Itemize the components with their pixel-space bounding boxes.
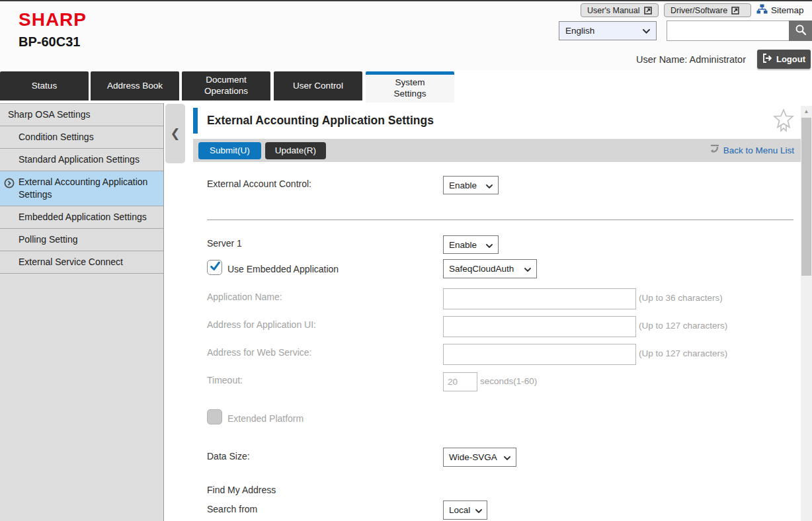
sidebar-item-standard-application-settings[interactable]: Standard Application Settings	[0, 149, 163, 171]
use-embedded-application-checkbox[interactable]	[207, 260, 222, 275]
user-name-text: User Name: Administrator	[636, 54, 746, 65]
sidebar-item-label: Standard Application Settings	[19, 153, 140, 166]
update-button[interactable]: Update(R)	[265, 142, 326, 159]
driver-software-button[interactable]: Driver/Software	[664, 3, 751, 17]
language-select[interactable]: English	[559, 21, 657, 40]
timeout-hint: seconds(1-60)	[480, 375, 537, 388]
back-to-menu-list-label: Back to Menu List	[723, 145, 794, 155]
action-toolbar: Submit(U) Update(R) Back to Menu List	[193, 139, 801, 162]
application-name-hint: (Up to 36 characters)	[639, 292, 723, 305]
sidebar-item-label: Condition Settings	[19, 131, 94, 143]
sidebar-item-label: Sharp OSA Settings	[8, 109, 91, 120]
scrollbar-thumb[interactable]	[801, 118, 811, 276]
logout-label: Logout	[776, 54, 805, 64]
sidebar-item-label: Embedded Application Settings	[19, 211, 147, 223]
back-to-menu-list-link[interactable]: Back to Menu List	[709, 143, 794, 157]
use-embedded-application-label: Use Embedded Application	[227, 262, 339, 276]
external-account-control-select[interactable]: Enable	[443, 176, 499, 194]
tab-system-settings[interactable]: System Settings	[366, 71, 454, 102]
sitemap-icon	[756, 4, 768, 16]
sidebar-item-external-service-connect[interactable]: External Service Connect	[0, 251, 163, 274]
server1-value: Enable	[449, 240, 477, 250]
server1-label: Server 1	[207, 237, 242, 250]
page: SHARP BP-60C31 User's Manual Driver/Soft…	[0, 0, 812, 521]
chevron-down-icon	[486, 240, 493, 250]
title-accent-bar	[193, 108, 198, 134]
search-icon	[795, 24, 807, 38]
sidebar-item-polling-setting[interactable]: Polling Setting	[0, 229, 163, 251]
header: SHARP BP-60C31 User's Manual Driver/Soft…	[0, 1, 812, 70]
users-manual-button[interactable]: User's Manual	[581, 3, 659, 17]
external-account-control-label: External Account Control:	[207, 177, 311, 190]
server1-select[interactable]: Enable	[443, 235, 499, 254]
sidebar-item-condition-settings[interactable]: Condition Settings	[0, 126, 163, 149]
chevron-down-icon	[524, 264, 531, 274]
search-from-select[interactable]: Local	[443, 501, 487, 520]
application-name-label: Application Name:	[207, 290, 282, 303]
search-input[interactable]	[667, 20, 789, 41]
section-divider	[207, 220, 793, 220]
extended-platform-checkbox[interactable]	[207, 409, 222, 424]
tab-address-book[interactable]: Address Book	[91, 71, 179, 100]
address-for-application-ui-label: Address for Application UI:	[207, 318, 316, 331]
external-link-icon	[731, 7, 739, 15]
page-title: External Accounting Application Settings	[207, 114, 434, 128]
sidebar-item-label: External Service Connect	[19, 256, 123, 268]
sidebar: Sharp OSA Settings Condition Settings St…	[0, 103, 164, 521]
external-link-icon	[644, 7, 652, 15]
search-button[interactable]	[789, 20, 812, 41]
address-for-application-ui-input[interactable]	[443, 316, 636, 337]
sidebar-item-sharp-osa-settings[interactable]: Sharp OSA Settings	[0, 104, 163, 126]
scrollbar-up-arrow-icon[interactable]: ▲	[801, 106, 812, 116]
find-my-address-label: Find My Address	[207, 483, 276, 497]
extended-platform-label: Extended Platform	[227, 412, 304, 425]
chevron-down-icon	[504, 452, 510, 462]
submit-button[interactable]: Submit(U)	[198, 142, 261, 159]
driver-software-label: Driver/Software	[670, 6, 727, 15]
embedded-application-select[interactable]: SafeqCloudAuth	[443, 259, 537, 278]
address-for-web-service-hint: (Up to 127 characters)	[639, 347, 727, 360]
address-for-application-ui-hint: (Up to 127 characters)	[639, 319, 727, 333]
chevron-down-icon	[475, 505, 482, 515]
favorite-star-icon[interactable]	[772, 108, 795, 136]
address-for-web-service-input[interactable]	[443, 344, 636, 365]
search-from-label: Search from	[207, 502, 257, 516]
sitemap-link[interactable]: Sitemap	[756, 4, 804, 16]
logout-button[interactable]: Logout	[757, 50, 811, 69]
tab-document-operations[interactable]: Document Operations	[182, 71, 270, 100]
sidebar-item-embedded-application-settings[interactable]: Embedded Application Settings	[0, 206, 163, 229]
address-for-web-service-label: Address for Web Service:	[207, 346, 311, 359]
users-manual-label: User's Manual	[587, 6, 640, 15]
tab-status[interactable]: Status	[0, 71, 89, 100]
sidebar-item-label: Polling Setting	[19, 233, 78, 246]
search-from-value: Local	[449, 505, 470, 515]
checkmark-icon	[209, 260, 221, 275]
vertical-scrollbar[interactable]: ▲	[801, 106, 812, 521]
sidebar-nav: Sharp OSA Settings Condition Settings St…	[0, 103, 163, 274]
sidebar-item-label: External Accounting Application Settings	[19, 176, 148, 201]
current-item-arrow-icon	[4, 178, 15, 192]
timeout-label: Timeout:	[207, 374, 243, 387]
chevron-left-icon: ❮	[170, 126, 180, 141]
embedded-application-value: SafeqCloudAuth	[449, 264, 514, 274]
sitemap-label: Sitemap	[771, 5, 804, 15]
logout-icon	[762, 54, 772, 65]
chevron-down-icon	[643, 26, 650, 36]
data-size-label: Data Size:	[207, 450, 250, 463]
data-size-value: Wide-SVGA	[449, 452, 497, 462]
chevron-down-icon	[486, 180, 493, 190]
sidebar-collapse-button[interactable]: ❮	[165, 104, 185, 163]
timeout-input[interactable]	[443, 372, 477, 391]
application-name-input[interactable]	[443, 288, 636, 309]
language-value: English	[565, 26, 594, 36]
sidebar-item-external-accounting-application-settings[interactable]: External Accounting Application Settings	[0, 171, 163, 206]
data-size-select[interactable]: Wide-SVGA	[443, 448, 516, 467]
sharp-logo: SHARP	[19, 9, 87, 30]
external-account-control-value: Enable	[449, 180, 477, 190]
return-up-icon	[709, 143, 720, 157]
model-name: BP-60C31	[19, 34, 80, 50]
tab-user-control[interactable]: User Control	[274, 71, 362, 100]
